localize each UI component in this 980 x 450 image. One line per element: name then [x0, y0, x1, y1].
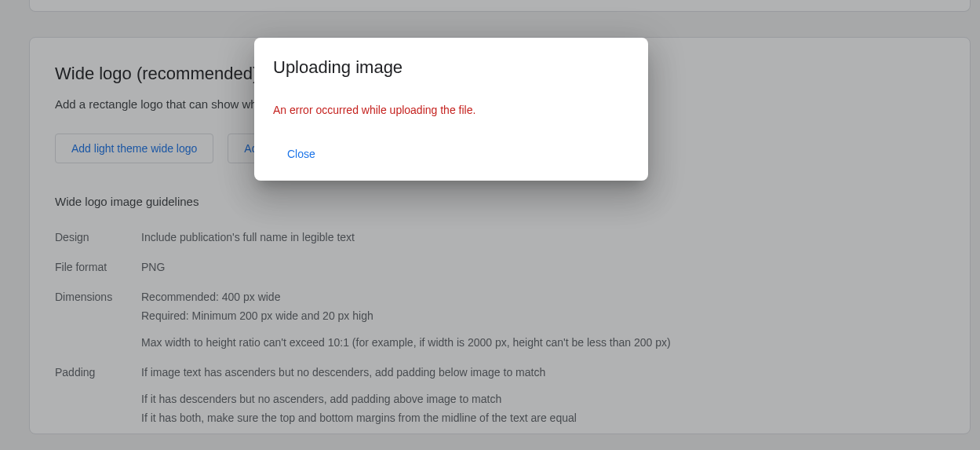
dialog-title: Uploading image	[273, 57, 629, 79]
uploading-image-dialog: Uploading image An error occurred while …	[254, 38, 648, 181]
dialog-error-message: An error occurred while uploading the fi…	[273, 104, 629, 116]
dialog-actions: Close	[273, 140, 629, 168]
close-button[interactable]: Close	[273, 140, 330, 168]
